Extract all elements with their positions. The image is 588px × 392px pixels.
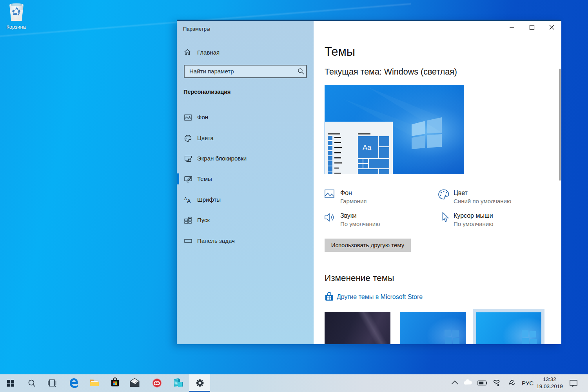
svg-text:Aa: Aa <box>363 144 372 151</box>
svg-text:A: A <box>184 197 187 201</box>
svg-text:A: A <box>187 198 191 204</box>
